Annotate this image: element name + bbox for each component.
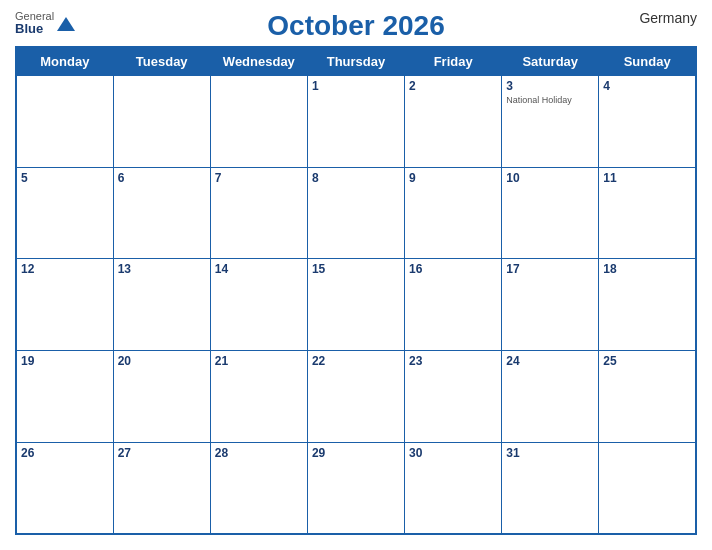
weekday-header-thursday: Thursday xyxy=(307,47,404,76)
calendar-cell xyxy=(210,76,307,168)
date-number: 7 xyxy=(215,171,303,185)
calendar-cell: 1 xyxy=(307,76,404,168)
calendar-week-2: 567891011 xyxy=(16,167,696,259)
calendar-cell: 16 xyxy=(405,259,502,351)
calendar-cell: 28 xyxy=(210,442,307,534)
date-number: 28 xyxy=(215,446,303,460)
calendar-cell xyxy=(599,442,696,534)
calendar-cell: 19 xyxy=(16,351,113,443)
logo-icon xyxy=(57,17,75,31)
weekday-header-tuesday: Tuesday xyxy=(113,47,210,76)
calendar-cell: 7 xyxy=(210,167,307,259)
header-row: General Blue October 2026 Germany xyxy=(15,10,697,42)
date-number: 13 xyxy=(118,262,206,276)
calendar-cell: 9 xyxy=(405,167,502,259)
date-number: 16 xyxy=(409,262,497,276)
date-number: 10 xyxy=(506,171,594,185)
calendar-wrapper: General Blue October 2026 Germany Monday… xyxy=(0,0,712,550)
date-number: 26 xyxy=(21,446,109,460)
logo-blue: Blue xyxy=(15,22,54,36)
country-label: Germany xyxy=(639,10,697,26)
calendar-cell: 12 xyxy=(16,259,113,351)
date-number: 23 xyxy=(409,354,497,368)
date-number: 8 xyxy=(312,171,400,185)
date-number: 27 xyxy=(118,446,206,460)
date-number: 18 xyxy=(603,262,691,276)
calendar-cell: 5 xyxy=(16,167,113,259)
date-number: 30 xyxy=(409,446,497,460)
date-number: 6 xyxy=(118,171,206,185)
calendar-cell: 11 xyxy=(599,167,696,259)
calendar-cell: 17 xyxy=(502,259,599,351)
calendar-cell: 23 xyxy=(405,351,502,443)
calendar-cell: 8 xyxy=(307,167,404,259)
calendar-cell: 26 xyxy=(16,442,113,534)
calendar-week-5: 262728293031 xyxy=(16,442,696,534)
calendar-cell: 4 xyxy=(599,76,696,168)
calendar-cell: 27 xyxy=(113,442,210,534)
date-number: 2 xyxy=(409,79,497,93)
calendar-cell: 15 xyxy=(307,259,404,351)
calendar-table: MondayTuesdayWednesdayThursdayFridaySatu… xyxy=(15,46,697,535)
calendar-cell xyxy=(16,76,113,168)
date-number: 20 xyxy=(118,354,206,368)
calendar-week-3: 12131415161718 xyxy=(16,259,696,351)
calendar-cell: 6 xyxy=(113,167,210,259)
date-number: 1 xyxy=(312,79,400,93)
date-number: 17 xyxy=(506,262,594,276)
weekday-header-monday: Monday xyxy=(16,47,113,76)
date-number: 4 xyxy=(603,79,691,93)
date-number: 19 xyxy=(21,354,109,368)
calendar-cell xyxy=(113,76,210,168)
calendar-cell: 10 xyxy=(502,167,599,259)
date-number: 22 xyxy=(312,354,400,368)
logo-area: General Blue xyxy=(15,10,75,36)
weekday-header-sunday: Sunday xyxy=(599,47,696,76)
calendar-cell: 21 xyxy=(210,351,307,443)
date-number: 5 xyxy=(21,171,109,185)
calendar-cell: 22 xyxy=(307,351,404,443)
date-number: 31 xyxy=(506,446,594,460)
calendar-cell: 18 xyxy=(599,259,696,351)
calendar-cell: 3National Holiday xyxy=(502,76,599,168)
calendar-cell: 29 xyxy=(307,442,404,534)
date-number: 12 xyxy=(21,262,109,276)
calendar-cell: 30 xyxy=(405,442,502,534)
date-number: 11 xyxy=(603,171,691,185)
calendar-week-1: 123National Holiday4 xyxy=(16,76,696,168)
calendar-cell: 14 xyxy=(210,259,307,351)
calendar-cell: 24 xyxy=(502,351,599,443)
date-number: 29 xyxy=(312,446,400,460)
weekday-header-friday: Friday xyxy=(405,47,502,76)
date-number: 25 xyxy=(603,354,691,368)
svg-marker-0 xyxy=(57,17,75,31)
date-number: 3 xyxy=(506,79,594,93)
weekday-header-saturday: Saturday xyxy=(502,47,599,76)
calendar-week-4: 19202122232425 xyxy=(16,351,696,443)
date-number: 15 xyxy=(312,262,400,276)
date-number: 24 xyxy=(506,354,594,368)
calendar-title: October 2026 xyxy=(267,10,444,42)
calendar-cell: 2 xyxy=(405,76,502,168)
weekday-header-wednesday: Wednesday xyxy=(210,47,307,76)
date-number: 9 xyxy=(409,171,497,185)
weekday-header-row: MondayTuesdayWednesdayThursdayFridaySatu… xyxy=(16,47,696,76)
holiday-label: National Holiday xyxy=(506,95,594,106)
calendar-cell: 13 xyxy=(113,259,210,351)
date-number: 21 xyxy=(215,354,303,368)
calendar-cell: 31 xyxy=(502,442,599,534)
date-number: 14 xyxy=(215,262,303,276)
calendar-cell: 25 xyxy=(599,351,696,443)
calendar-cell: 20 xyxy=(113,351,210,443)
